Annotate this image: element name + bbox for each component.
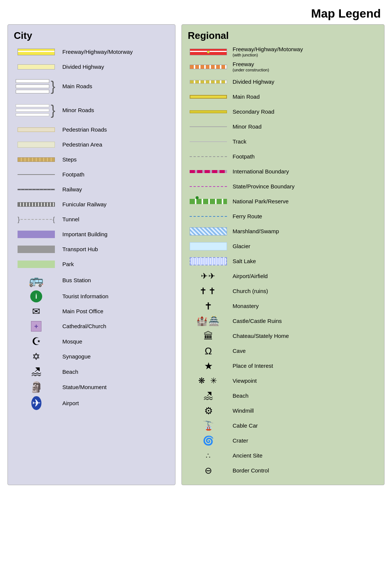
list-item: Salt Lake — [188, 255, 378, 267]
footpath-label: Footpath — [62, 171, 84, 178]
reg-divided-symbol — [190, 80, 227, 84]
reg-poi-icon: ★ — [204, 360, 213, 372]
reg-salt-lake-label: Salt Lake — [233, 258, 256, 265]
reg-state-boundary-symbol — [190, 186, 227, 187]
list-item: Ferry Route — [188, 210, 378, 222]
reg-track-label: Track — [233, 138, 246, 145]
bus-station-label: Bus Station — [62, 277, 91, 284]
reg-glacier-label: Glacier — [233, 243, 251, 250]
reg-freeway-label: Freeway/Highway/Motorway(with junction) — [233, 46, 303, 58]
park-symbol — [18, 261, 55, 268]
list-item: Main Road — [188, 91, 378, 103]
list-item: ✡ Synagogue — [14, 351, 169, 363]
pedestrian-roads-symbol — [18, 127, 55, 132]
list-item: Freeway (under construction) — [188, 61, 378, 73]
mosque-icon: ☪ — [32, 335, 41, 348]
list-item: Glacier — [188, 240, 378, 252]
reg-poi-label: Place of Interest — [233, 363, 273, 369]
list-item: Ω Cave — [188, 345, 378, 357]
main-roads-brace: } — [51, 80, 55, 93]
list-item: Freeway/Highway/Motorway(with junction) — [188, 46, 378, 58]
reg-freeway-symbol — [190, 49, 227, 55]
list-item: ✈ Airport — [14, 396, 169, 410]
list-item: 🏰🏯 Castle/Castle Ruins — [188, 315, 378, 327]
reg-glacier-symbol — [190, 242, 227, 250]
divided-highway-symbol — [18, 64, 55, 70]
reg-viewpoint-icon: ❋ ✳ — [198, 376, 218, 386]
reg-chateau-icon: 🏛 — [203, 330, 213, 342]
list-item: } { Tunnel — [14, 213, 169, 225]
synagogue-label: Synagogue — [62, 353, 91, 360]
reg-beach-label: Beach — [233, 392, 249, 399]
tourist-info-icon: i — [30, 290, 42, 302]
reg-border-icon: ⊖ — [205, 465, 212, 476]
list-item: Marshland/Swamp — [188, 225, 378, 237]
reg-monastery-icon: ✝ — [204, 301, 212, 312]
divided-highway-label: Divided Highway — [62, 64, 104, 70]
reg-cave-label: Cave — [233, 348, 246, 354]
reg-castle-icon: 🏰🏯 — [196, 316, 220, 326]
reg-crater-icon: 🌀 — [203, 435, 214, 446]
reg-beach-icon: 🏖 — [203, 390, 213, 402]
reg-intl-boundary-symbol — [190, 170, 227, 173]
list-item: Important Building — [14, 228, 169, 240]
list-item: 🏖 Beach — [14, 366, 169, 378]
footpath-symbol — [18, 174, 55, 175]
airport-city-icon: ✈ — [31, 396, 41, 410]
list-item: ⚙ Windmill — [188, 405, 378, 417]
list-item: Transport Hub — [14, 243, 169, 255]
reg-footpath-label: Footpath — [233, 153, 255, 160]
reg-freeway-construction-symbol — [190, 65, 227, 69]
reg-natpark-symbol — [190, 199, 227, 204]
reg-airport-icon: ✈✈ — [201, 271, 216, 281]
reg-windmill-label: Windmill — [233, 407, 254, 414]
list-item: + Cathedral/Church — [14, 320, 169, 332]
page-title: Map Legend — [0, 0, 392, 24]
reg-state-boundary-label: State/Province Boundary — [233, 183, 295, 190]
list-item: Railway — [14, 184, 169, 195]
transport-hub-symbol — [18, 246, 55, 253]
list-item: 🌀 Crater — [188, 435, 378, 447]
airport-city-label: Airport — [62, 400, 79, 407]
reg-chateau-label: Chateau/Stately Home — [233, 333, 289, 339]
statue-icon: 🗿 — [30, 381, 43, 393]
steps-label: Steps — [62, 156, 77, 163]
list-item: ∴ Ancient Site — [188, 450, 378, 462]
reg-freeway-construction-label: Freeway (under construction) — [233, 61, 269, 73]
list-item: Minor Road — [188, 121, 378, 133]
list-item: National Park/Reserve — [188, 195, 378, 207]
synagogue-icon: ✡ — [32, 351, 40, 363]
reg-marsh-label: Marshland/Swamp — [233, 228, 279, 235]
reg-minor-road-label: Minor Road — [233, 123, 262, 130]
statue-label: Statue/Monument — [62, 384, 106, 391]
beach-city-icon: 🏖 — [31, 366, 41, 378]
list-item: Divided Highway — [14, 61, 169, 73]
list-item: Steps — [14, 154, 169, 166]
transport-hub-label: Transport Hub — [62, 246, 98, 253]
reg-secondary-road-label: Secondary Road — [233, 108, 274, 115]
cathedral-icon: + — [31, 321, 41, 332]
cathedral-label: Cathedral/Church — [62, 323, 106, 330]
list-item: Footpath — [188, 151, 378, 163]
reg-cave-icon: Ω — [205, 345, 212, 357]
list-item: } Minor Roads — [14, 100, 169, 121]
reg-monastery-label: Monastery — [233, 303, 259, 309]
reg-crater-label: Crater — [233, 437, 248, 444]
list-item: 🚡 Cable Car — [188, 420, 378, 432]
list-item: Pedestrian Area — [14, 139, 169, 151]
tunnel-label: Tunnel — [62, 216, 79, 223]
reg-church-icon: ✝✝ — [199, 286, 217, 296]
mosque-label: Mosque — [62, 338, 82, 345]
main-roads-label: Main Roads — [62, 83, 92, 90]
reg-divided-label: Divided Highway — [233, 78, 274, 85]
list-item: International Boundary — [188, 166, 378, 178]
reg-intl-boundary-label: International Boundary — [233, 168, 289, 175]
list-item: i Tourist Information — [14, 290, 169, 302]
reg-castle-label: Castle/Castle Ruins — [233, 318, 282, 324]
funicular-symbol — [18, 202, 55, 207]
reg-track-symbol — [190, 141, 227, 142]
tunnel-symbol: } { — [18, 215, 55, 224]
reg-border-label: Border Control — [233, 467, 269, 474]
list-item: 🚌 Bus Station — [14, 273, 169, 287]
pedestrian-area-symbol — [18, 142, 55, 148]
